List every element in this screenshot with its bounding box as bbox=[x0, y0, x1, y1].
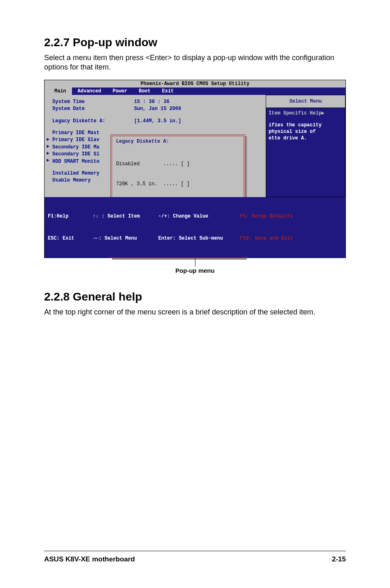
section-body-228: At the top right corner of the menu scre… bbox=[44, 307, 346, 317]
pointer-icon: ▶ bbox=[47, 136, 49, 143]
key-change-value: -/+: Change Value bbox=[158, 213, 233, 220]
popup-option[interactable]: Disabled ..... [ ] bbox=[116, 161, 240, 167]
pointer-icon: ▶ bbox=[47, 150, 49, 157]
tab-main[interactable]: Main bbox=[45, 88, 72, 95]
legacy-label: Legacy Diskette A: bbox=[52, 118, 134, 125]
bios-left-pane: System Time15 : 30 : 36 System DateSun, … bbox=[45, 95, 266, 197]
key-f5: F5: Setup Defaults bbox=[240, 213, 342, 220]
help-text: ifies the capacity bbox=[269, 122, 343, 129]
section-body-227: Select a menu item then press <Enter> to… bbox=[44, 53, 346, 72]
tab-power[interactable]: Power bbox=[107, 88, 133, 95]
footer-page-number: 2-15 bbox=[332, 555, 346, 563]
sys-time-value: 15 : 30 : 36 bbox=[134, 99, 169, 105]
bios-screenshot: Phoenix-Award BIOS CMOS Setup Utility Ma… bbox=[44, 80, 346, 258]
pointer-icon: ▶ bbox=[47, 157, 49, 164]
key-esc: ESC: Exit bbox=[48, 235, 86, 242]
key-f1: F1:Help bbox=[48, 213, 86, 220]
tab-boot[interactable]: Boot bbox=[133, 88, 156, 95]
sys-date-value: Sun, Jan 15 2006 bbox=[134, 105, 181, 112]
popup-option[interactable]: 720K , 3.5 in. ..... [ ] bbox=[116, 181, 240, 187]
popup-caption: Pop-up menu bbox=[44, 267, 346, 274]
tab-advanced[interactable]: Advanced bbox=[72, 88, 107, 95]
section-heading-228: 2.2.8 General help bbox=[44, 290, 346, 303]
section-heading-227: 2.2.7 Pop-up window bbox=[44, 36, 346, 49]
item-specific-help: Item Specific Help▶ bbox=[269, 110, 343, 117]
help-text: physical size of bbox=[269, 129, 343, 135]
sys-date-label: System Date bbox=[52, 105, 134, 112]
connector-line bbox=[195, 258, 195, 267]
popup-title: Legacy Diskette A: bbox=[116, 139, 240, 144]
bios-footer: F1:Help ESC: Exit ↑↓ : Select Item →←: S… bbox=[45, 197, 345, 258]
tab-exit[interactable]: Exit bbox=[156, 88, 179, 95]
key-f10: F10: Save and Exit bbox=[240, 235, 342, 242]
help-pane: Item Specific Help▶ ifies the capacity p… bbox=[266, 108, 345, 197]
page-footer: ASUS K8V-XE motherboard 2-15 bbox=[44, 551, 346, 563]
key-select-menu: →←: Select Menu bbox=[93, 235, 152, 242]
sys-time-label: System Time bbox=[52, 99, 134, 105]
bios-title: Phoenix-Award BIOS CMOS Setup Utility bbox=[45, 80, 345, 88]
key-submenu: Enter: Select Sub-menu bbox=[158, 235, 233, 242]
select-menu-header: Select Menu bbox=[266, 95, 345, 108]
footer-product: ASUS K8V-XE motherboard bbox=[44, 555, 135, 563]
bios-menubar: Main Advanced Power Boot Exit bbox=[45, 88, 345, 95]
pointer-icon: ▶ bbox=[47, 143, 49, 150]
help-text: ette drive A. bbox=[269, 135, 343, 142]
key-select-item: ↑↓ : Select Item bbox=[93, 213, 152, 220]
legacy-value: [1.44M, 3.5 in.] bbox=[134, 118, 181, 125]
